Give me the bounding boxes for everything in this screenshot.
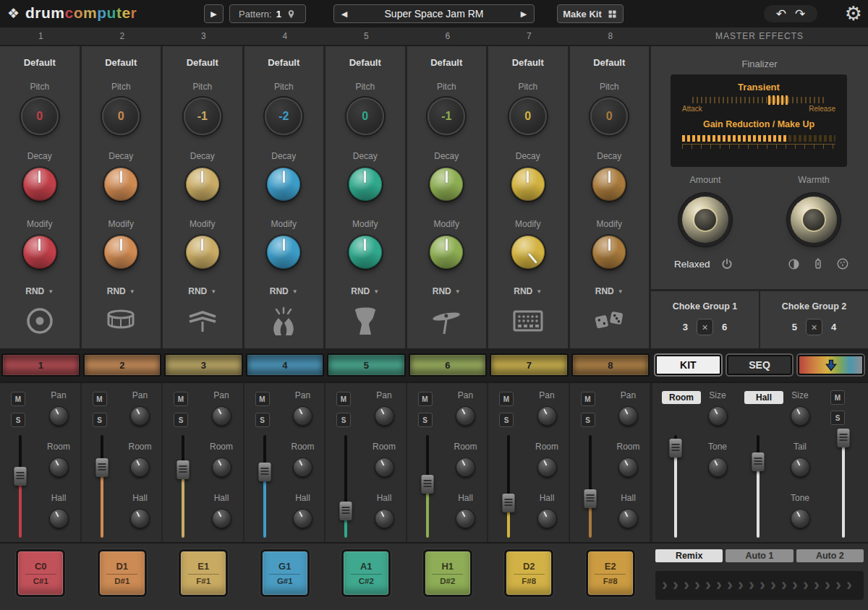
- kit-view-button[interactable]: KIT: [655, 355, 721, 375]
- redo-icon[interactable]: ↷: [795, 8, 805, 20]
- solo-button[interactable]: S: [418, 413, 433, 427]
- note-pad[interactable]: H1 D#2: [423, 549, 472, 597]
- room-send-knob[interactable]: [375, 458, 394, 477]
- decay-knob[interactable]: [23, 168, 56, 201]
- choke-group2-clear-icon[interactable]: ×: [806, 319, 822, 335]
- note-pad[interactable]: C0 C#1: [16, 549, 65, 597]
- pan-knob[interactable]: [537, 406, 557, 426]
- channel-preset-name[interactable]: Default: [512, 57, 544, 68]
- instrument-icon[interactable]: [265, 305, 302, 337]
- rnd-dropdown[interactable]: RND ▼: [351, 286, 379, 296]
- warmth-knob[interactable]: [791, 197, 837, 243]
- seq-view-button[interactable]: SEQ: [727, 355, 793, 375]
- trigger-pad[interactable]: 1: [1, 353, 80, 377]
- rnd-dropdown[interactable]: RND ▼: [595, 286, 624, 296]
- pitch-knob[interactable]: 0: [509, 98, 547, 135]
- decay-knob[interactable]: [511, 168, 545, 201]
- hall-size-knob[interactable]: [791, 406, 810, 426]
- pan-knob[interactable]: [375, 406, 394, 426]
- room-send-knob[interactable]: [212, 458, 231, 477]
- pan-knob[interactable]: [130, 406, 150, 426]
- fader-handle[interactable]: [838, 429, 850, 447]
- preset-prev-icon[interactable]: ◀: [334, 5, 354, 22]
- hall-send-knob[interactable]: [375, 509, 394, 528]
- pan-knob[interactable]: [212, 406, 231, 426]
- modify-knob[interactable]: [23, 236, 56, 269]
- remix-pattern-strip[interactable]: ››››››››››››››››››: [655, 571, 864, 600]
- choke-group1-right-value[interactable]: 6: [722, 322, 727, 332]
- solo-button[interactable]: S: [255, 413, 270, 427]
- room-send-knob[interactable]: [456, 458, 475, 477]
- instrument-icon[interactable]: [21, 305, 59, 337]
- hall-send-knob[interactable]: [130, 509, 150, 528]
- solo-button[interactable]: S: [336, 413, 351, 427]
- choke-group2-left-value[interactable]: 5: [792, 322, 797, 332]
- import-rainbow-button[interactable]: [798, 355, 864, 375]
- master-mute-button[interactable]: M: [830, 390, 845, 405]
- note-pad[interactable]: D1 D#1: [98, 549, 147, 597]
- instrument-icon[interactable]: [509, 305, 547, 337]
- preset-browser[interactable]: ◀ Super Space Jam RM ▶: [333, 4, 535, 23]
- room-level-fader[interactable]: [674, 435, 677, 538]
- auto2-button[interactable]: Auto 2: [796, 549, 864, 562]
- volume-fader[interactable]: [182, 435, 184, 538]
- fader-handle[interactable]: [421, 475, 433, 494]
- decay-knob[interactable]: [104, 168, 137, 201]
- pan-knob[interactable]: [49, 406, 69, 426]
- solo-button[interactable]: S: [499, 413, 514, 427]
- fader-handle[interactable]: [503, 494, 515, 512]
- settings-gear-icon[interactable]: ⚙: [845, 1, 862, 26]
- room-fx-button[interactable]: Room: [662, 391, 701, 404]
- amount-knob[interactable]: [682, 197, 728, 243]
- hall-send-knob[interactable]: [618, 509, 638, 528]
- note-pad[interactable]: E2 F#8: [586, 549, 635, 597]
- volume-fader[interactable]: [507, 435, 510, 538]
- rnd-dropdown[interactable]: RND ▼: [270, 286, 298, 296]
- fader-handle[interactable]: [584, 489, 596, 508]
- pattern-selector[interactable]: Pattern: 1: [229, 4, 306, 23]
- dotted-ball-icon[interactable]: [836, 257, 849, 270]
- rnd-dropdown[interactable]: RND ▼: [188, 286, 216, 296]
- volume-fader[interactable]: [101, 435, 103, 538]
- decay-knob[interactable]: [267, 168, 300, 201]
- hall-send-knob[interactable]: [456, 509, 475, 528]
- trigger-pad[interactable]: 7: [490, 353, 569, 377]
- hall-send-knob[interactable]: [293, 509, 312, 528]
- modify-knob[interactable]: [267, 236, 300, 269]
- mute-button[interactable]: M: [255, 392, 270, 406]
- rnd-dropdown[interactable]: RND ▼: [25, 286, 54, 296]
- hall-tail-knob[interactable]: [791, 458, 810, 477]
- trigger-pad[interactable]: 2: [83, 353, 162, 377]
- note-pad[interactable]: E1 F#1: [179, 549, 228, 597]
- preset-next-icon[interactable]: ▶: [514, 5, 534, 22]
- power-icon[interactable]: [720, 257, 733, 270]
- fader-handle[interactable]: [14, 467, 27, 486]
- fader-handle[interactable]: [340, 502, 352, 520]
- note-pad[interactable]: D2 F#8: [504, 549, 553, 597]
- modify-knob[interactable]: [186, 236, 219, 269]
- volume-fader[interactable]: [344, 435, 347, 538]
- pan-knob[interactable]: [618, 406, 638, 426]
- pitch-knob[interactable]: 0: [590, 98, 628, 135]
- undo-icon[interactable]: ↶: [776, 8, 786, 20]
- channel-preset-name[interactable]: Default: [593, 57, 625, 68]
- contrast-icon[interactable]: [788, 258, 800, 270]
- volume-fader[interactable]: [263, 435, 266, 538]
- note-pad[interactable]: A1 C#2: [341, 549, 391, 597]
- volume-fader[interactable]: [589, 435, 592, 538]
- trigger-pad[interactable]: 3: [164, 353, 243, 377]
- decay-knob[interactable]: [430, 168, 463, 201]
- modify-knob[interactable]: [430, 236, 463, 269]
- make-kit-button[interactable]: Make Kit: [557, 4, 624, 23]
- hall-send-knob[interactable]: [212, 509, 231, 528]
- room-tone-knob[interactable]: [708, 458, 728, 477]
- pitch-knob[interactable]: 0: [21, 98, 59, 135]
- mute-button[interactable]: M: [418, 392, 433, 406]
- solo-button[interactable]: S: [581, 413, 595, 427]
- solo-button[interactable]: S: [174, 413, 188, 427]
- instrument-icon[interactable]: [346, 305, 384, 337]
- hall-send-knob[interactable]: [537, 509, 557, 528]
- modify-knob[interactable]: [592, 236, 626, 269]
- rnd-dropdown[interactable]: RND ▼: [433, 286, 461, 296]
- choke-group1-left-value[interactable]: 3: [683, 322, 688, 332]
